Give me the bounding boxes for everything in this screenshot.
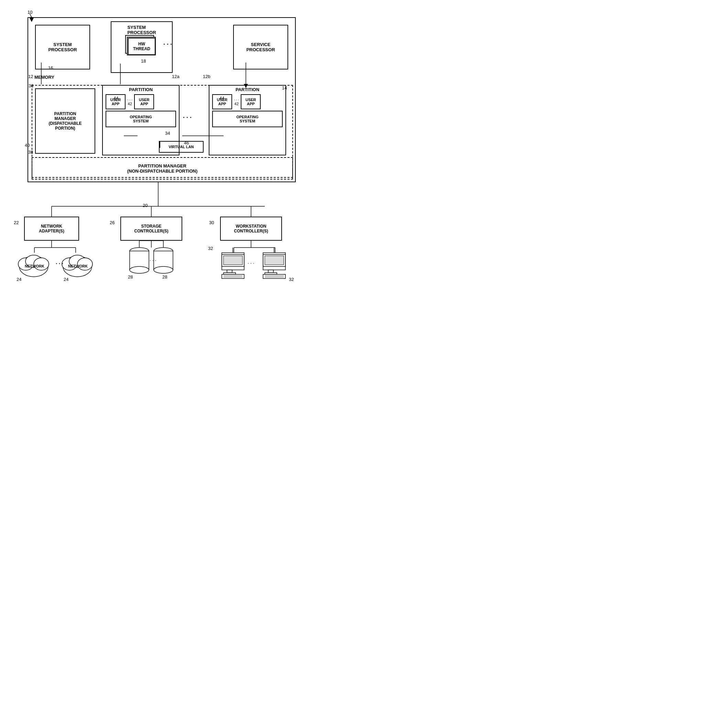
svg-text:· · ·: · · · [248, 260, 254, 266]
service-processor-label: SERVICE PROCESSOR [246, 42, 275, 52]
storage-controller-label: STORAGE CONTROLLER(S) [134, 224, 168, 234]
svg-rect-48 [265, 256, 284, 265]
ref-30: 30 [209, 220, 214, 225]
dots-44-right: · · · [234, 98, 239, 102]
svg-rect-42 [223, 273, 236, 274]
ref-12a: 12a [172, 74, 179, 79]
svg-point-30 [154, 247, 173, 254]
svg-rect-49 [268, 270, 274, 273]
ref-32a: 32 [289, 277, 294, 282]
os-left: OPERATINGSYSTEM [106, 111, 176, 127]
main-system-box: SYSTEM PROCESSOR SYSTEMPROCESSOR HW THRE… [28, 17, 296, 182]
svg-point-32 [154, 266, 173, 273]
svg-rect-50 [265, 273, 277, 274]
virtual-lan: VIRTUAL LAN [159, 141, 203, 153]
os-right: OPERATINGSYSTEM [212, 111, 283, 127]
ref-16: 16 [48, 65, 53, 70]
svg-text:· · ·: · · · [150, 258, 156, 263]
ref-18: 18 [141, 58, 146, 64]
ref-24b: 24 [64, 277, 69, 282]
hw-thread-container: HW THREAD [128, 38, 156, 55]
svg-rect-28 [130, 251, 149, 270]
storage-controller-box: STORAGE CONTROLLER(S) [120, 217, 182, 241]
ref-12: 12 [28, 74, 33, 79]
svg-rect-38 [222, 253, 244, 270]
ref-22: 22 [14, 220, 18, 225]
ref-28b: 28 [162, 274, 167, 280]
svg-rect-51 [263, 274, 285, 278]
service-processor: SERVICE PROCESSOR [233, 25, 288, 69]
user-app-right-2: USERAPP [241, 94, 261, 109]
ref-38: 38 [28, 150, 33, 155]
diagram: · · · · · · [7, 7, 303, 302]
ref-12b: 12b [203, 74, 211, 79]
ref-32b: 32 [208, 246, 213, 251]
system-processor-left-label: SYSTEM PROCESSOR [48, 42, 77, 52]
ref-20: 20 [143, 203, 148, 208]
network-adapter-box: NETWORK ADAPTER(S) [24, 217, 79, 241]
hw-thread-label: HW THREAD [133, 41, 150, 51]
ref-10: 10 [28, 10, 32, 15]
svg-rect-39 [222, 254, 244, 266]
partition-manager-disp: PARTITION MANAGER (DISPATCHABLE PORTION) [35, 89, 95, 154]
ref-44-right: 44 [219, 96, 224, 101]
dots-44-left: · · · [127, 98, 132, 102]
workstation-controller-box: WORKSTATION CONTROLLER(S) [220, 217, 282, 241]
ref-36: 36 [29, 83, 34, 89]
system-processor-left: SYSTEM PROCESSOR [35, 25, 90, 69]
svg-text:· · ·: · · · [56, 261, 63, 266]
svg-point-29 [130, 266, 149, 273]
system-processor-center-label: SYSTEMPROCESSOR [127, 25, 156, 35]
svg-point-27 [130, 247, 149, 254]
ref-34: 34 [165, 131, 170, 136]
ref-46: 46 [184, 140, 189, 145]
partition-right-label: PARTITION [210, 86, 285, 93]
svg-rect-40 [223, 256, 242, 265]
memory-label: MEMORY [34, 75, 54, 80]
network-adapter-label: NETWORK ADAPTER(S) [39, 224, 64, 234]
user-app-left-2: USERAPP [134, 94, 154, 109]
ref-24a: 24 [17, 277, 21, 282]
hw-thread-box: HW THREAD [128, 38, 156, 55]
svg-rect-41 [227, 270, 232, 273]
svg-rect-47 [263, 254, 285, 266]
ref-42-right: 42 [234, 102, 239, 106]
ref-14: 14 [282, 85, 287, 90]
virtual-lan-label: VIRTUAL LAN [168, 145, 194, 149]
dots-between-partitions: · · · [183, 114, 191, 121]
ref-26: 26 [110, 220, 115, 225]
partition-manager-nondispatch: PARTITION MANAGER (NON-DISPATCHABLE PORT… [32, 157, 293, 179]
partition-manager-disp-label: PARTITION MANAGER (DISPATCHABLE PORTION) [49, 112, 81, 131]
ref-42-left: 42 [128, 102, 132, 106]
svg-rect-43 [222, 274, 244, 278]
workstation-controller-label: WORKSTATION CONTROLLER(S) [234, 224, 268, 234]
ref-40: 40 [25, 143, 29, 148]
network-label-right: NETWORK [68, 264, 87, 268]
partition-manager-nondispatch-label: PARTITION MANAGER (NON-DISPATCHABLE PORT… [127, 163, 198, 174]
network-label-left: NETWORK [25, 264, 44, 268]
svg-rect-31 [154, 251, 173, 270]
ref-44-left: 44 [113, 96, 118, 101]
system-processor-center: SYSTEMPROCESSOR HW THREAD [111, 21, 173, 73]
ref-28a: 28 [128, 274, 133, 280]
partition-left-label: PARTITION [103, 86, 179, 93]
svg-rect-46 [263, 253, 285, 270]
